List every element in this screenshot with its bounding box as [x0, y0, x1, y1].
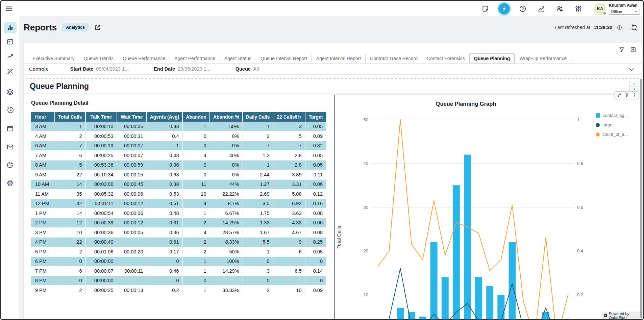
sidebar-item-window[interactable]: [1, 121, 19, 136]
sidebar-item-layers[interactable]: [1, 84, 19, 99]
insights-chart-icon[interactable]: [536, 3, 547, 15]
table-cell: 7 PM: [31, 266, 55, 276]
sidebar-group: [3, 20, 17, 80]
tab-agent-interval-report[interactable]: Agent Interval Report: [312, 54, 365, 63]
bar-11-am[interactable]: [453, 185, 460, 320]
table-cell: 11 AM: [31, 189, 55, 199]
tab-contact-forensics[interactable]: Contact Forensics: [422, 54, 469, 63]
tab-queue-planning[interactable]: Queue Planning: [469, 53, 515, 64]
table-cell: 6: [55, 266, 85, 276]
table-cell: 7 AM: [31, 151, 55, 161]
table-cell: 00:00:45: [117, 179, 147, 189]
column-header-target[interactable]: Target: [305, 112, 326, 122]
table-cell: 0.05: [305, 247, 326, 257]
bar-3-pm[interactable]: [497, 295, 504, 320]
bar-1-pm[interactable]: [475, 277, 482, 320]
external-link-icon[interactable]: [94, 24, 101, 31]
sidebar-item-design[interactable]: [3, 65, 17, 78]
sidebar-item-settings[interactable]: ⚙: [1, 176, 19, 191]
avatar[interactable]: KA: [594, 3, 606, 15]
column-header-abandon-[interactable]: Abandon %: [210, 112, 243, 122]
sheet-scroll-spinner: ▲ ▼: [629, 81, 639, 92]
scrollbar-thumb[interactable]: [640, 79, 642, 318]
tab-agent-performance[interactable]: Agent Performance: [170, 54, 220, 63]
bar-2-pm[interactable]: [486, 286, 493, 320]
tab-wrap-up-performance[interactable]: Wrap-Up Performance: [515, 54, 571, 63]
bar-7-pm[interactable]: [542, 312, 549, 320]
bar-12-pm[interactable]: [464, 155, 471, 320]
column-header-talk-time[interactable]: Talk Time: [85, 112, 117, 122]
tab-queue-trends[interactable]: Queue Trends: [79, 54, 118, 63]
table-cell: 33.33%: [210, 286, 243, 295]
sidebar-item-reports[interactable]: [4, 22, 17, 33]
bar-10-am[interactable]: [442, 277, 449, 320]
refresh-icon[interactable]: [630, 24, 638, 31]
status-dot: [603, 11, 606, 15]
hamburger-menu-icon[interactable]: [4, 4, 13, 13]
page-header: Reports Analytics Last refreshed at 11:2…: [24, 20, 638, 35]
visual-filter-icon[interactable]: [624, 93, 629, 98]
tab-queue-performance[interactable]: Queue Performance: [118, 54, 170, 63]
table-cell: 0.31: [147, 218, 182, 228]
preferences-sliders-icon[interactable]: [573, 3, 584, 15]
table-cell: 5 PM: [31, 247, 55, 257]
tab-executive-summary[interactable]: Executive Summary: [28, 54, 79, 63]
tab-queue-interval-report[interactable]: Queue Interval Report: [256, 54, 312, 63]
y-axis-label: Total Calls: [336, 226, 342, 249]
download-icon[interactable]: [629, 46, 637, 53]
filter-icon[interactable]: [618, 46, 625, 53]
column-header-total-calls[interactable]: Total Calls: [55, 112, 85, 122]
line-series-count-of-a-agents-avg-[interactable]: [378, 120, 568, 320]
calendar-icon: [6, 38, 14, 45]
sidebar-item-pie[interactable]: [1, 157, 19, 172]
table-cell: 00:00:13: [85, 141, 117, 151]
control-end-date[interactable]: End Date29/05/2023 1...: [154, 66, 210, 72]
scroll-up-button[interactable]: ▲: [629, 81, 639, 87]
bar-4-pm[interactable]: [509, 242, 516, 320]
bar-8-am[interactable]: [419, 317, 426, 320]
layers-icon: [6, 88, 14, 96]
status-select[interactable]: Offline: [609, 9, 640, 15]
info-icon[interactable]: [616, 24, 623, 31]
help-icon[interactable]: ?: [517, 3, 528, 15]
notes-icon[interactable]: [480, 3, 491, 15]
table-cell: 7: [273, 141, 305, 151]
bar-6-am[interactable]: [397, 308, 404, 320]
combo-chart[interactable]: 501400.8300.6200.4100.2Total Calls: [335, 97, 641, 320]
column-header-hour[interactable]: Hour: [31, 112, 55, 122]
table-cell: 1: [243, 160, 273, 170]
table-cell: 11: [182, 179, 210, 189]
quick-actions-bolt-icon[interactable]: [498, 3, 510, 15]
table-cell: 0: [147, 256, 182, 266]
table-cell: 4: [182, 151, 210, 161]
table-cell: 00:00:05: [117, 228, 147, 238]
sidebar-item-analytics[interactable]: [3, 50, 17, 63]
bar-9-am[interactable]: [430, 242, 438, 320]
y-axis-right-tick: 1: [577, 117, 579, 122]
table-cell: 2: [243, 131, 273, 141]
y-axis-left-tick: 40: [364, 161, 368, 166]
control-start-date[interactable]: Start Date09/04/2023 1...: [70, 66, 129, 72]
table-cell: 4: [182, 228, 210, 238]
expand-icon[interactable]: [617, 93, 621, 98]
table-cell: 0.43: [147, 151, 182, 161]
table-cell: 0.38: [147, 179, 182, 189]
column-header-abandon[interactable]: Abandon: [182, 112, 210, 122]
tab-agent-status[interactable]: Agent Status: [220, 54, 256, 63]
sidebar-item-history[interactable]: [1, 103, 19, 118]
column-header-daily-calls[interactable]: Daily Calls: [243, 112, 273, 122]
column-header-22-calls-hr[interactable]: 22 Calls/Hr: [273, 112, 305, 122]
column-header-agents-avg-[interactable]: Agents (Avg): [147, 112, 182, 122]
agents-icon[interactable]: [554, 3, 566, 15]
table-row-9-pm: 9 PM200:00:2500:00:130.2133.33%2100.09: [31, 286, 326, 295]
graph-panel[interactable]: Queue Planning Graph contact_ag...target…: [334, 95, 642, 320]
controls-collapse-chevron-icon[interactable]: [629, 67, 634, 73]
table-cell: 00:00:07: [117, 141, 147, 151]
control-queue[interactable]: QueueAll: [236, 66, 259, 72]
column-header-wait-time[interactable]: Wait Time: [117, 112, 147, 122]
tab-contract-trace-record[interactable]: Contract Trace Record: [365, 54, 422, 63]
kebab-menu-icon[interactable]: [632, 93, 637, 98]
table-cell: 2: [182, 237, 210, 247]
sidebar-item-schedule[interactable]: [3, 35, 17, 48]
sidebar-item-mail[interactable]: [1, 140, 19, 154]
